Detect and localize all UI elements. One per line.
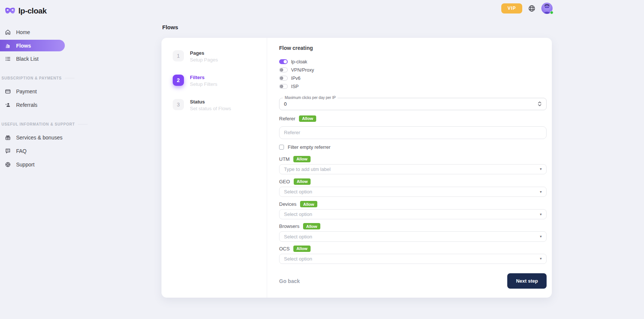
sidebar-item-label: Flows	[16, 43, 31, 49]
language-globe-icon[interactable]	[528, 5, 535, 12]
sidebar-item-black-list[interactable]: Black List	[0, 53, 71, 65]
devices-label-row: Devices Allow	[279, 201, 547, 207]
step-filters[interactable]: 2 Filters Setup Filters	[173, 75, 267, 87]
toggle-row-isp[interactable]: ISP	[279, 84, 547, 89]
step-number: 1	[173, 50, 184, 61]
geo-allow-badge[interactable]: Allow	[294, 178, 311, 185]
flow-wizard-card: 1 Pages Setup Pages 2 Filters Setup Filt…	[161, 38, 552, 298]
chevron-down-icon: ▾	[540, 235, 542, 238]
filter-empty-referrer-label: Filter empty referrer	[288, 144, 330, 150]
step-subtitle: Set status of Flows	[190, 106, 231, 111]
referer-input[interactable]	[284, 130, 542, 135]
ipv6-toggle[interactable]	[279, 76, 288, 81]
toggle-row-lp-cloak[interactable]: lp-cloak	[279, 59, 547, 64]
step-subtitle: Setup Pages	[190, 57, 218, 63]
sidebar-section-subscription: SUBSCRIPTION & PAYMENTS	[1, 76, 71, 80]
ocs-select[interactable]: Select option ▾	[279, 254, 547, 264]
gift-icon	[4, 135, 11, 141]
toggle-row-ipv6[interactable]: IPv6	[279, 76, 547, 81]
sidebar-item-label: Services & bonuses	[16, 135, 63, 141]
utm-label: UTM	[279, 156, 290, 162]
referer-field	[279, 126, 547, 139]
svg-text:?!: ?!	[6, 149, 9, 152]
next-step-button[interactable]: Next step	[507, 273, 547, 289]
ocs-allow-badge[interactable]: Allow	[293, 246, 310, 252]
max-clicks-label: Maximum clicks per day per IP	[283, 96, 338, 100]
ocs-label: OCS	[279, 246, 290, 252]
sidebar-item-home[interactable]: Home	[0, 26, 71, 38]
sidebar-item-label: Support	[16, 162, 34, 168]
step-title: Pages	[190, 50, 218, 56]
isp-toggle[interactable]	[279, 84, 288, 89]
sidebar-item-label: Referrals	[16, 102, 37, 108]
browsers-select[interactable]: Select option ▾	[279, 231, 547, 241]
toggle-label: IPv6	[291, 76, 300, 81]
lifebuoy-icon	[4, 162, 11, 168]
browsers-placeholder: Select option	[284, 234, 312, 240]
sidebar-item-faq[interactable]: ?! FAQ	[0, 145, 71, 157]
max-clicks-input[interactable]	[284, 101, 538, 107]
user-avatar[interactable]	[541, 3, 553, 14]
devices-label: Devices	[279, 201, 296, 207]
browsers-label: Browsers	[279, 223, 299, 229]
form-footer: Go back Next step	[279, 273, 547, 289]
step-title: Status	[190, 99, 231, 105]
chevron-down-icon: ▾	[540, 190, 542, 194]
devices-select[interactable]: Select option ▾	[279, 209, 547, 219]
chevron-down-icon: ▾	[540, 167, 542, 171]
toggle-row-vpn-proxy[interactable]: VPN/Proxy	[279, 67, 547, 72]
toggle-group: lp-cloak VPN/Proxy IPv6 ISP	[279, 59, 547, 92]
vpn-proxy-toggle[interactable]	[279, 67, 288, 72]
main-content: Flows 1 Pages Setup Pages 2 Filters Setu…	[161, 24, 552, 298]
faq-icon: ?!	[4, 148, 11, 154]
browsers-label-row: Browsers Allow	[279, 223, 547, 229]
geo-label-row: GEO Allow	[279, 178, 547, 185]
max-clicks-field: Maximum clicks per day per IP	[279, 98, 547, 110]
lp-cloak-toggle[interactable]	[279, 59, 288, 64]
sidebar-item-label: Payment	[16, 88, 37, 94]
sidebar-section-support: USEFUL INFORMATION & SUPPORT	[1, 122, 71, 126]
blacklist-icon	[4, 56, 11, 62]
page-title: Flows	[162, 24, 552, 30]
filter-empty-referrer-row[interactable]: Filter empty referrer	[279, 144, 547, 150]
sidebar-item-label: Home	[16, 29, 30, 35]
step-status[interactable]: 3 Status Set status of Flows	[173, 99, 267, 111]
chevron-down-icon: ▾	[540, 257, 542, 261]
go-back-button[interactable]: Go back	[279, 278, 300, 284]
utm-label-row: UTM Allow	[279, 156, 547, 162]
utm-allow-badge[interactable]: Allow	[293, 156, 310, 162]
step-number: 3	[173, 99, 184, 110]
sidebar-item-payment[interactable]: Payment	[0, 85, 71, 97]
credit-card-icon	[4, 88, 11, 95]
referer-label: Referer	[279, 116, 295, 121]
number-stepper-icon[interactable]	[538, 101, 542, 106]
sidebar-item-flows[interactable]: Flows	[0, 40, 65, 51]
step-pages[interactable]: 1 Pages Setup Pages	[173, 50, 267, 63]
referer-label-row: Referer Allow	[279, 115, 547, 122]
ocs-placeholder: Select option	[284, 256, 312, 262]
vip-button[interactable]: VIP	[501, 3, 522, 13]
utm-select[interactable]: Type to add utm label ▾	[279, 164, 547, 174]
devices-allow-badge[interactable]: Allow	[300, 201, 317, 207]
toggle-label: ISP	[291, 84, 299, 89]
topbar: VIP	[501, 3, 553, 14]
step-subtitle: Setup Filters	[190, 81, 217, 87]
brand-logo[interactable]: lp-cloak	[0, 4, 71, 17]
toggle-label: lp-cloak	[291, 59, 307, 64]
filter-empty-referrer-checkbox[interactable]	[279, 145, 284, 150]
browsers-allow-badge[interactable]: Allow	[303, 223, 320, 229]
form-title: Flow creating	[279, 45, 547, 51]
step-title: Filters	[190, 75, 217, 80]
utm-placeholder: Type to add utm label	[284, 166, 330, 172]
sidebar-item-services-bonuses[interactable]: Services & bonuses	[0, 132, 71, 144]
referer-allow-badge[interactable]: Allow	[299, 115, 316, 122]
brand-name: lp-cloak	[18, 6, 46, 15]
ocs-label-row: OCS Allow	[279, 246, 547, 252]
geo-select[interactable]: Select option ▾	[279, 187, 547, 197]
sidebar-item-label: FAQ	[16, 148, 27, 154]
step-number: 2	[173, 75, 184, 86]
sidebar-item-referrals[interactable]: Referrals	[0, 99, 71, 111]
mask-logo-icon	[5, 7, 15, 15]
sidebar-item-support[interactable]: Support	[0, 159, 71, 171]
geo-placeholder: Select option	[284, 189, 312, 195]
